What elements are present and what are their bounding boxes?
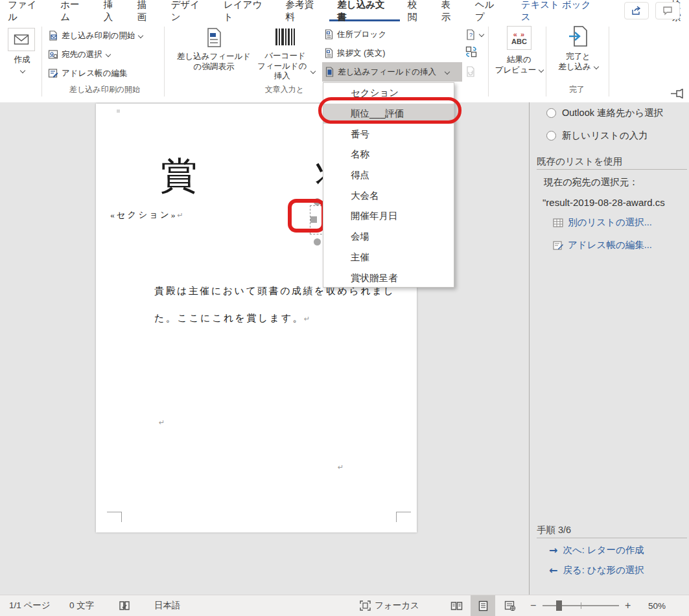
select-recipients-button[interactable]: 宛先の選択 bbox=[48, 47, 110, 62]
address-block-icon bbox=[324, 29, 334, 40]
share-button[interactable] bbox=[624, 2, 649, 19]
annotation-red-ellipse-menu-item bbox=[318, 97, 461, 124]
greeting-line-icon bbox=[324, 48, 334, 58]
refresh-document-icon bbox=[465, 66, 476, 77]
select-different-list-link[interactable]: 別のリストの選択... bbox=[553, 216, 652, 229]
group-label-start-mail-merge: 差し込み印刷の開始 bbox=[54, 84, 155, 95]
paragraph-mark: ↵ bbox=[304, 315, 312, 323]
insert-barcode-field-button[interactable]: バーコード フィールドの挿入 bbox=[256, 28, 314, 82]
word-count-indicator[interactable]: 0 文字 bbox=[69, 595, 94, 616]
edit-recipient-list-button[interactable]: アドレス帳の編集 bbox=[48, 66, 127, 80]
greeting-line-button[interactable]: 挨拶文 (英文) bbox=[324, 46, 385, 60]
chevron-down-icon bbox=[310, 69, 314, 74]
radio-option-outlook[interactable]: Outlook 連絡先から選択 bbox=[546, 107, 663, 119]
comment-icon bbox=[662, 6, 673, 16]
envelope-icon bbox=[14, 34, 29, 46]
menu-item-number[interactable]: 番号 bbox=[323, 124, 454, 144]
greeting-line-label: 挨拶文 (英文) bbox=[337, 48, 385, 59]
zoom-level-indicator[interactable]: 50% bbox=[648, 595, 666, 616]
zoom-slider-center-tick bbox=[581, 602, 581, 609]
start-mail-merge-label: 差し込み印刷の開始 bbox=[62, 30, 135, 41]
web-layout-icon bbox=[504, 600, 516, 611]
pin-ribbon-button[interactable] bbox=[671, 89, 685, 98]
focus-mode-button[interactable]: フォーカス bbox=[360, 595, 419, 616]
focus-label: フォーカス bbox=[375, 600, 419, 611]
selection-handle-bottom[interactable] bbox=[314, 238, 321, 245]
group-label-write-insert: 文章入力と bbox=[258, 84, 311, 95]
update-labels-icon bbox=[465, 46, 477, 58]
tab-review[interactable]: 校閲 bbox=[400, 0, 434, 21]
svg-text:?: ? bbox=[469, 32, 473, 38]
edit-list-icon bbox=[553, 241, 563, 250]
radio-button-icon[interactable] bbox=[546, 108, 556, 118]
create-envelope-button[interactable] bbox=[8, 28, 35, 51]
menu-item-name[interactable]: 名称 bbox=[323, 144, 454, 165]
print-layout-button[interactable] bbox=[471, 595, 495, 616]
address-block-button[interactable]: 住所ブロック bbox=[324, 27, 386, 41]
rules-button[interactable]: ? bbox=[465, 27, 484, 41]
proofing-book-icon bbox=[119, 600, 130, 611]
merge-field-section[interactable]: «セクション»↵ bbox=[110, 209, 185, 221]
highlight-merge-fields-button[interactable]: 差し込みフィールド の強調表示 bbox=[172, 28, 255, 72]
highlight-fields-label-1: 差し込みフィールド bbox=[177, 52, 251, 62]
menu-item-presenter[interactable]: 賞状贈呈者 bbox=[323, 268, 454, 288]
start-mail-merge-button[interactable]: 差し込み印刷の開始 bbox=[48, 29, 143, 43]
refresh-field-button bbox=[465, 64, 476, 78]
select-recipients-label: 宛先の選択 bbox=[62, 49, 102, 60]
read-mode-button[interactable] bbox=[444, 595, 469, 616]
current-source-filename: "result-2019-08-28-award.cs bbox=[543, 197, 665, 208]
zoom-out-button[interactable]: − bbox=[530, 595, 536, 616]
radio-button-icon[interactable] bbox=[546, 131, 556, 141]
radio-outlook-label: Outlook 連絡先から選択 bbox=[562, 107, 663, 119]
comments-button[interactable] bbox=[655, 2, 680, 19]
language-indicator[interactable]: 日本語 bbox=[154, 595, 181, 616]
tab-references[interactable]: 参考資料 bbox=[277, 0, 329, 21]
tab-mailings[interactable]: 差し込み文書 bbox=[329, 0, 400, 21]
zoom-slider-handle[interactable] bbox=[556, 600, 562, 611]
menu-item-score[interactable]: 得点 bbox=[323, 165, 454, 186]
web-layout-button[interactable] bbox=[498, 595, 522, 616]
focus-icon bbox=[360, 600, 371, 611]
create-label-button[interactable]: 作成 bbox=[8, 55, 36, 73]
existing-list-section-header: 既存のリストを使用 bbox=[537, 155, 622, 168]
certificate-title-char-left: 賞 bbox=[160, 157, 198, 195]
preview-results-button[interactable]: « » ABC 結果の プレビュー bbox=[495, 26, 544, 75]
highlight-fields-label-2: の強調表示 bbox=[194, 62, 235, 73]
chevron-down-icon bbox=[539, 68, 543, 73]
chevron-down-icon bbox=[479, 32, 484, 37]
menu-item-date[interactable]: 開催年月日 bbox=[323, 206, 454, 227]
select-recipients-icon bbox=[48, 49, 58, 60]
tab-insert[interactable]: 挿入 bbox=[96, 0, 130, 21]
page-count-indicator[interactable]: 1/1 ページ bbox=[9, 595, 51, 616]
menu-item-organizer[interactable]: 主催 bbox=[323, 247, 454, 268]
menu-item-venue[interactable]: 会場 bbox=[323, 227, 454, 247]
finish-merge-button[interactable]: 完了と 差し込み bbox=[552, 26, 604, 72]
select-different-list-label: 別のリストの選択... bbox=[568, 216, 652, 229]
tab-view[interactable]: 表示 bbox=[434, 0, 467, 21]
edit-addressbook-link[interactable]: アドレス帳の編集... bbox=[553, 239, 652, 251]
insert-merge-field-label: 差し込みフィールドの挿入 bbox=[338, 67, 436, 78]
margin-corner-mark-bottom-right bbox=[396, 512, 411, 522]
pin-icon bbox=[671, 89, 685, 98]
tab-home[interactable]: ホーム bbox=[53, 0, 96, 21]
tab-layout[interactable]: レイアウト bbox=[216, 0, 278, 21]
insert-merge-field-button[interactable]: 差し込みフィールドの挿入 bbox=[322, 62, 462, 82]
wizard-back-link[interactable]: ← 戻る: ひな形の選択 bbox=[549, 564, 644, 576]
chevron-down-icon bbox=[138, 34, 143, 38]
tab-textbox-contextual[interactable]: テキスト ボックス bbox=[513, 0, 605, 21]
tab-help[interactable]: ヘルプ bbox=[467, 0, 511, 21]
read-mode-icon bbox=[450, 601, 463, 611]
radio-option-new-list[interactable]: 新しいリストの入力 bbox=[546, 130, 648, 142]
section-divider bbox=[537, 169, 687, 170]
zoom-in-button[interactable]: + bbox=[625, 595, 631, 616]
menu-item-tournament[interactable]: 大会名 bbox=[323, 185, 454, 206]
tab-design[interactable]: デザイン bbox=[163, 0, 216, 21]
tab-file[interactable]: ファイル bbox=[0, 0, 53, 21]
arrow-right-icon: → bbox=[549, 544, 557, 556]
proofing-status-button[interactable] bbox=[119, 595, 130, 616]
tab-draw[interactable]: 描画 bbox=[130, 0, 163, 21]
update-labels-button[interactable] bbox=[465, 45, 477, 59]
preview-results-label-2: プレビュー bbox=[495, 65, 537, 76]
wizard-next-link[interactable]: → 次へ: レターの作成 bbox=[549, 544, 644, 556]
edit-addressbook-icon bbox=[48, 68, 58, 78]
